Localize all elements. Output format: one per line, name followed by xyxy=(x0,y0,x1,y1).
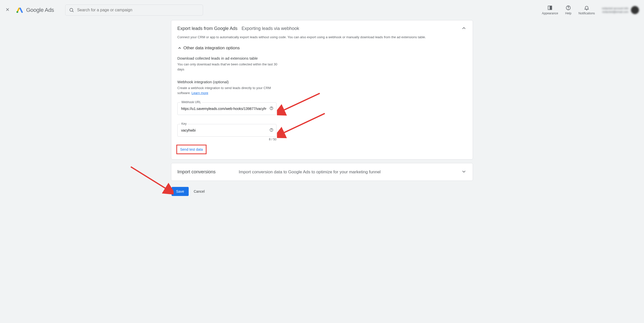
svg-point-0 xyxy=(16,11,18,13)
help-icon xyxy=(566,5,571,11)
header-actions: Appearance Help Notifications xyxy=(542,5,595,15)
import-desc: Import conversion data to Google Ads to … xyxy=(239,170,461,175)
svg-point-9 xyxy=(271,131,272,131)
export-leads-card: Export leads from Google Ads Exporting l… xyxy=(171,20,473,159)
search-icon xyxy=(69,7,74,13)
other-options-label: Other data integration options xyxy=(183,46,240,51)
help-label: Help xyxy=(565,12,572,15)
learn-more-link[interactable]: Learn more xyxy=(191,91,208,95)
logo-text: Google Ads xyxy=(26,7,54,13)
other-options-toggle[interactable]: Other data integration options xyxy=(171,42,473,53)
appearance-icon xyxy=(547,5,553,11)
svg-point-7 xyxy=(271,109,272,109)
webhook-desc: Create a webhook integration to send lea… xyxy=(177,86,278,95)
download-leads-desc: You can only download leads that've been… xyxy=(177,62,278,72)
svg-point-5 xyxy=(568,9,569,9)
svg-rect-3 xyxy=(550,6,552,10)
export-card-subtitle: Exporting leads via webhook xyxy=(242,26,299,31)
send-test-highlight: Send test data xyxy=(176,145,207,154)
webhook-url-help[interactable] xyxy=(269,106,273,111)
expand-import-button[interactable] xyxy=(461,169,467,175)
help-circle-icon xyxy=(269,106,273,110)
notifications-label: Notifications xyxy=(578,12,595,15)
save-button[interactable]: Save xyxy=(172,187,189,196)
google-ads-logo: Google Ads xyxy=(16,7,54,14)
app-header: Google Ads Appearance Help Notifications… xyxy=(0,0,644,20)
search-input[interactable] xyxy=(77,8,199,12)
webhook-url-label: Webhook URL xyxy=(180,100,202,104)
chevron-down-icon xyxy=(461,169,467,174)
avatar[interactable] xyxy=(631,6,639,14)
svg-line-15 xyxy=(131,167,167,189)
annotation-arrow-3 xyxy=(128,164,174,194)
chevron-up-icon xyxy=(461,25,467,31)
send-test-button[interactable]: Send test data xyxy=(180,147,203,151)
import-title: Import conversions xyxy=(177,169,239,175)
appearance-button[interactable]: Appearance xyxy=(542,5,558,15)
svg-line-13 xyxy=(282,113,325,134)
svg-point-1 xyxy=(70,8,73,11)
account-area[interactable]: redacted account info redacted@email.com xyxy=(602,6,639,14)
account-line1: redacted account info xyxy=(602,7,628,10)
close-icon xyxy=(5,7,10,12)
collapse-button[interactable] xyxy=(461,25,467,32)
webhook-section: Webhook integration (optional) Create a … xyxy=(171,73,473,96)
main-content: Export leads from Google Ads Exporting l… xyxy=(171,20,473,206)
webhook-title: Webhook integration (optional) xyxy=(177,80,467,84)
webhook-url-field: Webhook URL xyxy=(177,102,276,115)
export-card-title: Export leads from Google Ads xyxy=(177,26,237,31)
key-field: Key xyxy=(177,124,276,137)
annotation-arrow-2 xyxy=(277,111,327,139)
export-card-description: Connect your CRM or app to automatically… xyxy=(171,33,473,42)
key-label: Key xyxy=(180,122,188,126)
key-help[interactable] xyxy=(269,128,273,133)
notifications-button[interactable]: Notifications xyxy=(578,5,595,15)
download-leads-title: Download collected leads in ad extension… xyxy=(177,56,467,60)
close-button[interactable] xyxy=(5,7,10,14)
chevron-up-icon xyxy=(177,46,182,50)
appearance-label: Appearance xyxy=(542,12,558,15)
bell-icon xyxy=(584,5,589,11)
cancel-button[interactable]: Cancel xyxy=(194,189,205,193)
key-counter: 8 / 50 xyxy=(177,138,276,141)
key-input[interactable] xyxy=(177,124,276,137)
action-buttons-row: Save Cancel xyxy=(171,187,473,196)
export-card-header: Export leads from Google Ads Exporting l… xyxy=(171,20,473,33)
ads-logo-icon xyxy=(16,7,23,14)
help-circle-icon xyxy=(269,128,273,132)
help-button[interactable]: Help xyxy=(565,5,572,15)
search-box[interactable] xyxy=(65,5,203,16)
import-conversions-card[interactable]: Import conversions Import conversion dat… xyxy=(171,163,473,181)
account-line2: redacted@email.com xyxy=(602,10,628,14)
download-leads-section: Download collected leads in ad extension… xyxy=(171,53,473,73)
webhook-url-input[interactable] xyxy=(177,102,276,115)
